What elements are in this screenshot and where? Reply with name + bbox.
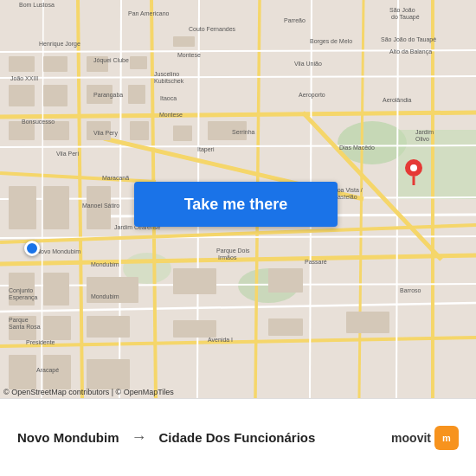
svg-text:Serrinha: Serrinha <box>232 129 255 135</box>
svg-text:Avenida I: Avenida I <box>208 337 233 343</box>
svg-point-111 <box>410 164 417 171</box>
svg-text:Jardim: Jardim <box>415 129 434 135</box>
svg-text:Aerolândia: Aerolândia <box>383 97 412 103</box>
svg-rect-43 <box>173 125 192 141</box>
moovit-logo-text: moovit <box>391 431 431 445</box>
svg-rect-57 <box>268 318 303 336</box>
destination-pin <box>403 158 424 185</box>
svg-text:Itaperi: Itaperi <box>197 146 215 153</box>
svg-text:Aeroporto: Aeroporto <box>299 92 325 99</box>
svg-text:São João do Tauapé: São João do Tauapé <box>381 36 436 43</box>
svg-text:Mondubim: Mondubim <box>91 261 119 267</box>
svg-text:Montese: Montese <box>159 112 183 118</box>
svg-rect-46 <box>43 186 69 229</box>
svg-text:Parque Dois: Parque Dois <box>216 248 250 254</box>
svg-text:Pan Americano: Pan Americano <box>128 10 170 16</box>
svg-rect-55 <box>87 316 130 338</box>
svg-text:Dias Macêdo: Dias Macêdo <box>339 145 375 151</box>
svg-text:Mondubim: Mondubim <box>91 293 119 299</box>
svg-text:Vila Pery: Vila Pery <box>93 130 118 137</box>
svg-text:Kubitschek: Kubitschek <box>154 78 184 84</box>
svg-text:Henrique Jorge: Henrique Jorge <box>39 41 80 48</box>
origin-dot <box>24 241 40 256</box>
svg-text:Santa Rosa: Santa Rosa <box>9 324 41 330</box>
svg-rect-33 <box>130 56 147 69</box>
svg-text:Barroso: Barroso <box>400 287 421 293</box>
svg-rect-51 <box>173 268 216 294</box>
svg-rect-61 <box>87 359 130 389</box>
svg-text:Aracapé: Aracapé <box>36 367 59 374</box>
svg-text:do Tauapé: do Tauapé <box>391 14 420 21</box>
svg-rect-30 <box>9 56 35 72</box>
map-container: Bom Lustosa Pan Americano Couto Fernande… <box>0 0 476 398</box>
svg-text:João XXIII: João XXIII <box>10 75 38 81</box>
svg-text:Borges de Melo: Borges de Melo <box>310 38 352 45</box>
svg-rect-54 <box>43 316 71 340</box>
svg-text:Presidente: Presidente <box>26 339 55 345</box>
svg-rect-38 <box>128 85 145 104</box>
svg-text:Parangaba: Parangaba <box>93 92 123 99</box>
svg-text:Vila Peri: Vila Peri <box>56 151 79 157</box>
svg-rect-45 <box>9 186 36 229</box>
svg-text:Couto Fernandes: Couto Fernandes <box>189 26 236 32</box>
svg-text:Boa Vista /: Boa Vista / <box>333 187 363 193</box>
svg-text:Juscelino: Juscelino <box>154 71 179 77</box>
svg-rect-52 <box>268 268 303 293</box>
svg-rect-59 <box>9 355 36 389</box>
moovit-icon: m <box>434 426 459 450</box>
svg-text:Bonsucesso: Bonsucesso <box>22 119 55 125</box>
svg-text:Esperança: Esperança <box>9 294 38 301</box>
svg-text:Olivo: Olivo <box>415 136 429 142</box>
svg-rect-49 <box>43 273 69 306</box>
arrow-icon: → <box>131 428 146 447</box>
svg-text:Bom Lustosa: Bom Lustosa <box>19 2 55 8</box>
svg-rect-56 <box>173 320 216 338</box>
svg-text:Jóquei Clube: Jóquei Clube <box>93 57 129 64</box>
svg-rect-42 <box>130 121 149 140</box>
svg-text:Itaoca: Itaoca <box>160 95 177 101</box>
map-attribution: © OpenStreetMap contributors | © OpenMap… <box>3 388 174 396</box>
svg-text:Parreão: Parreão <box>284 17 306 23</box>
destination-label: Cidade Dos Funcionários <box>158 430 315 445</box>
svg-text:Vila União: Vila União <box>294 61 322 67</box>
svg-rect-34 <box>173 36 195 47</box>
svg-text:Parque: Parque <box>9 317 29 324</box>
svg-text:Passaré: Passaré <box>305 259 327 265</box>
moovit-logo: moovit m <box>391 426 459 450</box>
origin-label: Novo Mondubim <box>17 430 119 445</box>
svg-text:Novo Mondubim: Novo Mondubim <box>36 248 80 254</box>
svg-rect-36 <box>43 85 68 106</box>
svg-text:Montese: Montese <box>177 52 201 58</box>
svg-text:Conjunto: Conjunto <box>9 287 33 294</box>
svg-text:Manoel Sátiro: Manoel Sátiro <box>82 203 119 209</box>
svg-text:Alto da Balança: Alto da Balança <box>389 48 432 55</box>
svg-text:São João: São João <box>389 7 415 13</box>
svg-text:Maracanã: Maracanã <box>102 175 129 181</box>
bottom-bar: Novo Mondubim → Cidade Dos Funcionários … <box>0 398 476 476</box>
svg-rect-31 <box>43 56 68 72</box>
svg-rect-35 <box>9 85 35 106</box>
svg-text:Irmãos: Irmãos <box>218 254 237 261</box>
take-me-there-button[interactable]: Take me there <box>134 182 338 227</box>
svg-rect-58 <box>346 312 389 333</box>
